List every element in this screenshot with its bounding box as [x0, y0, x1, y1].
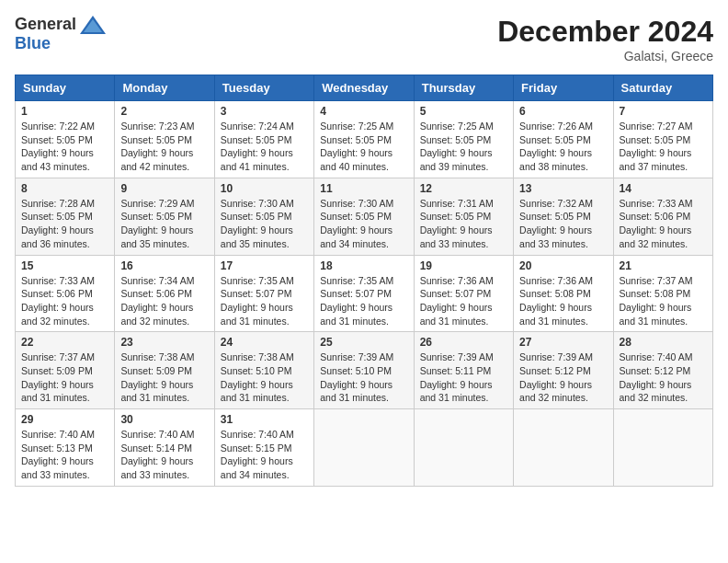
calendar-week-row: 1Sunrise: 7:22 AMSunset: 5:05 PMDaylight…: [16, 101, 713, 178]
table-row: 19Sunrise: 7:36 AMSunset: 5:07 PMDayligh…: [414, 255, 513, 332]
table-row: 15Sunrise: 7:33 AMSunset: 5:06 PMDayligh…: [16, 255, 115, 332]
table-row: 23Sunrise: 7:38 AMSunset: 5:09 PMDayligh…: [115, 332, 214, 409]
table-row: 7Sunrise: 7:27 AMSunset: 5:05 PMDaylight…: [613, 101, 712, 178]
header-monday: Monday: [115, 75, 214, 101]
month-year-title: December 2024: [497, 15, 713, 49]
calendar-week-row: 8Sunrise: 7:28 AMSunset: 5:05 PMDaylight…: [16, 178, 713, 255]
table-row: 12Sunrise: 7:31 AMSunset: 5:05 PMDayligh…: [414, 178, 513, 255]
table-row: 14Sunrise: 7:33 AMSunset: 5:06 PMDayligh…: [613, 178, 712, 255]
header-friday: Friday: [514, 75, 613, 101]
table-row: 11Sunrise: 7:30 AMSunset: 5:05 PMDayligh…: [314, 178, 414, 255]
table-row: 29Sunrise: 7:40 AMSunset: 5:13 PMDayligh…: [16, 409, 115, 487]
page-header: General Blue December 2024 Galatsi, Gree…: [15, 15, 713, 63]
logo-general-text: General: [15, 15, 76, 34]
table-row: [414, 409, 513, 487]
header-wednesday: Wednesday: [314, 75, 414, 101]
table-row: 3Sunrise: 7:24 AMSunset: 5:05 PMDaylight…: [214, 101, 313, 178]
table-row: 16Sunrise: 7:34 AMSunset: 5:06 PMDayligh…: [115, 255, 214, 332]
weekday-header-row: Sunday Monday Tuesday Wednesday Thursday…: [16, 75, 713, 101]
title-area: December 2024 Galatsi, Greece: [497, 15, 713, 63]
table-row: 17Sunrise: 7:35 AMSunset: 5:07 PMDayligh…: [214, 255, 313, 332]
table-row: 31Sunrise: 7:40 AMSunset: 5:15 PMDayligh…: [214, 409, 313, 487]
table-row: 24Sunrise: 7:38 AMSunset: 5:10 PMDayligh…: [214, 332, 313, 409]
table-row: 4Sunrise: 7:25 AMSunset: 5:05 PMDaylight…: [314, 101, 414, 178]
table-row: 1Sunrise: 7:22 AMSunset: 5:05 PMDaylight…: [16, 101, 115, 178]
header-tuesday: Tuesday: [214, 75, 313, 101]
calendar-week-row: 22Sunrise: 7:37 AMSunset: 5:09 PMDayligh…: [16, 332, 713, 409]
logo: General Blue: [15, 15, 106, 53]
table-row: 18Sunrise: 7:35 AMSunset: 5:07 PMDayligh…: [314, 255, 414, 332]
logo-icon: [80, 16, 106, 34]
table-row: 27Sunrise: 7:39 AMSunset: 5:12 PMDayligh…: [514, 332, 613, 409]
table-row: 9Sunrise: 7:29 AMSunset: 5:05 PMDaylight…: [115, 178, 214, 255]
table-row: 30Sunrise: 7:40 AMSunset: 5:14 PMDayligh…: [115, 409, 214, 487]
table-row: 20Sunrise: 7:36 AMSunset: 5:08 PMDayligh…: [514, 255, 613, 332]
table-row: 21Sunrise: 7:37 AMSunset: 5:08 PMDayligh…: [613, 255, 712, 332]
header-thursday: Thursday: [414, 75, 513, 101]
location-subtitle: Galatsi, Greece: [497, 49, 713, 63]
table-row: 5Sunrise: 7:25 AMSunset: 5:05 PMDaylight…: [414, 101, 513, 178]
table-row: 13Sunrise: 7:32 AMSunset: 5:05 PMDayligh…: [514, 178, 613, 255]
table-row: 6Sunrise: 7:26 AMSunset: 5:05 PMDaylight…: [514, 101, 613, 178]
table-row: 26Sunrise: 7:39 AMSunset: 5:11 PMDayligh…: [414, 332, 513, 409]
table-row: 10Sunrise: 7:30 AMSunset: 5:05 PMDayligh…: [214, 178, 313, 255]
calendar-week-row: 15Sunrise: 7:33 AMSunset: 5:06 PMDayligh…: [16, 255, 713, 332]
table-row: [514, 409, 613, 487]
header-saturday: Saturday: [613, 75, 712, 101]
calendar-table: Sunday Monday Tuesday Wednesday Thursday…: [15, 75, 713, 487]
table-row: 22Sunrise: 7:37 AMSunset: 5:09 PMDayligh…: [16, 332, 115, 409]
table-row: [613, 409, 712, 487]
table-row: 25Sunrise: 7:39 AMSunset: 5:10 PMDayligh…: [314, 332, 414, 409]
table-row: 8Sunrise: 7:28 AMSunset: 5:05 PMDaylight…: [16, 178, 115, 255]
table-row: [314, 409, 414, 487]
logo-blue-text: Blue: [15, 34, 51, 53]
table-row: 28Sunrise: 7:40 AMSunset: 5:12 PMDayligh…: [613, 332, 712, 409]
calendar-week-row: 29Sunrise: 7:40 AMSunset: 5:13 PMDayligh…: [16, 409, 713, 487]
table-row: 2Sunrise: 7:23 AMSunset: 5:05 PMDaylight…: [115, 101, 214, 178]
header-sunday: Sunday: [16, 75, 115, 101]
